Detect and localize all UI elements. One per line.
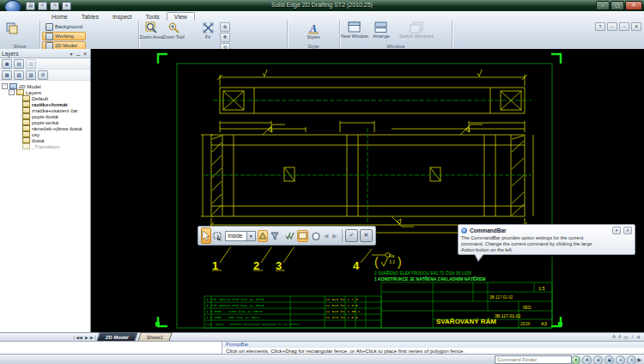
tooltip-line-3: Action button on the left. [461,247,632,253]
polygon-fence-button[interactable] [310,230,321,242]
sheet-tabs-bar: ❘◀ ◀ ▶ ▶❘ 2D Model Sheet1 A A ▭ ↕ ✕ [0,332,644,341]
previous-step-icon[interactable]: ◀ [323,230,330,242]
fence-tool-icon[interactable] [213,230,223,241]
tooltip-close-icon[interactable]: ✕ [623,227,632,234]
layer-item-tlusta[interactable]: tlustá [2,137,90,143]
layer-label: tlustá [32,138,44,143]
scroll-icon[interactable]: ↕ [631,334,634,340]
next-sheet-icon[interactable]: ▶ [84,335,89,340]
select-chevron-icon[interactable]: ▼ [246,232,255,240]
copy-layer-icon[interactable]: ▤ [14,59,24,69]
zoom-tool-button[interactable]: Zoom Tool [163,21,184,42]
working-button[interactable]: Working [42,32,86,40]
new-window-icon [348,21,361,33]
pin-icon[interactable]: ⚊ [75,51,82,57]
command-finder-input[interactable] [495,355,572,364]
layer-item-znacka[interactable]: značka+osazení čar [2,107,90,113]
pan-icon[interactable]: ✥ [220,33,230,42]
layer-item-razitko-format[interactable]: razítko+formát [2,101,90,107]
first-sheet-icon[interactable]: ❘◀ [72,335,77,340]
background-button[interactable]: Background [42,22,86,31]
info-icon: i [461,228,467,234]
prev-sheet-icon[interactable]: ◀ [78,335,83,340]
tab-inspect[interactable]: Inspect [106,13,139,21]
next-step-icon[interactable]: ▶ [331,230,338,242]
filter-button[interactable] [270,230,280,242]
tab-view[interactable]: View [167,12,195,21]
layer-item-translation[interactable]: _Translation [2,143,90,149]
last-sheet-icon[interactable]: ▶❘ [90,335,95,340]
fit-label: Fit [205,34,210,39]
new-layer-icon[interactable]: ▣ [2,59,12,69]
scale-value: 1:5 [538,286,545,291]
previous-view-tool-icon[interactable]: ⟲ [627,355,636,364]
zoom-area-button[interactable]: Zoom Area [141,21,161,42]
fence-handle[interactable] [155,322,160,326]
layer-item-osy[interactable]: osy [2,131,90,137]
undo-icon[interactable]: ↶ [38,2,47,10]
pan-tool-icon[interactable]: ✥ [582,355,592,364]
hide-layer-icon[interactable]: ▧ [14,70,24,80]
page-layout-icon[interactable]: ▭ [623,334,629,340]
tray-close-icon[interactable]: ✕ [636,334,641,340]
view-tray-icons: A A ▭ ↕ ✕ [612,334,641,340]
validate-button[interactable] [284,230,295,242]
close-icon[interactable]: ✕ [625,1,642,10]
tab-home[interactable]: Home [45,13,75,21]
freeze-layer-icon[interactable]: ▨ [26,70,36,80]
font-increase-icon[interactable]: A [612,334,616,340]
cancel-button[interactable]: ✕ [360,229,373,242]
layer-item-popis-tlusta[interactable]: popis-tlustá [2,113,90,119]
fit-button[interactable]: Fit [197,21,218,42]
roughness-label: Ra [389,253,395,258]
sheet-border [177,64,552,328]
switch-windows-button[interactable]: Switch Windows [402,21,431,42]
customize-quick-access-icon[interactable]: ▾ [62,2,71,10]
quick-access-toolbar: ▤ ↶ ↷ ▾ [26,2,71,9]
show-button[interactable] [2,21,22,42]
tab-tables[interactable]: Tables [75,13,106,21]
commandbar-tooltip: i CommandBar ▾ ✕ The CommandBar provides… [458,224,635,255]
fit-tool-icon[interactable]: ✛ [616,355,625,364]
maximize-icon[interactable]: ▢ [611,1,624,10]
accept-button[interactable]: ✓ [345,229,358,242]
zoom-area-tool-icon[interactable]: ▣ [605,355,614,364]
panel-close-icon[interactable]: ✕ [82,51,88,57]
delete-layer-icon[interactable]: ▥ [26,59,36,69]
show-layer-icon[interactable]: ▦ [2,70,12,80]
status-scroll-right-icon[interactable]: ▶ [637,356,641,362]
layer-item-popis-tenka[interactable]: popis-tenká [2,119,90,125]
layer-item-ramecek[interactable]: rámeček-výkres tlustá [2,125,90,131]
zoom-tool-icon[interactable]: ⊕ [593,355,603,364]
layer-settings-icon[interactable]: ⚙ [38,70,48,80]
zoom-in-icon[interactable]: ⊕ [220,22,230,32]
tooltip-tail-fill [475,253,483,260]
prompt-bar-label: PromptBar [222,342,644,348]
layer-icon [22,143,30,149]
fence-handle[interactable] [558,322,562,326]
rectangular-fence-button[interactable] [297,230,308,242]
tree-node-layers[interactable]: − Layers [2,89,90,95]
action-button[interactable] [201,228,211,244]
tooltip-options-icon[interactable]: ▾ [612,227,621,234]
chevron-down-icon[interactable]: ▾ [68,51,75,57]
save-icon[interactable]: ▤ [26,2,35,10]
minimize-icon[interactable]: – [596,1,610,10]
new-window-button[interactable]: New Window [342,21,368,42]
select-tool-icon[interactable]: ✦ [571,355,580,364]
tab-tools[interactable]: Tools [139,13,167,21]
collapse-icon[interactable]: − [9,89,15,95]
arrange-button[interactable]: Arrange [369,21,393,42]
redo-icon[interactable]: ↷ [50,2,59,10]
layer-item-default[interactable]: Default [2,95,90,101]
collapse-icon[interactable]: − [2,83,8,89]
styles-button[interactable]: A Styles [303,21,324,42]
window-title: Solid Edge 2D Drafting ST2 (2010.25) [129,2,515,8]
drawing-canvas[interactable]: 1 2 3 4 ( Ra 3.2 ) 2 SVAŘENO ELEK [91,49,644,332]
select-faces-button[interactable] [258,230,268,242]
font-decrease-icon[interactable]: A [618,334,621,340]
ribbon-group-orient: Zoom Area Zoom Tool [139,21,288,49]
balloon-4[interactable]: 4 [353,259,360,272]
tree-node-2d-model[interactable]: − 2D Model [2,83,90,89]
fence-mode-select[interactable]: Inside ▼ [225,231,256,241]
